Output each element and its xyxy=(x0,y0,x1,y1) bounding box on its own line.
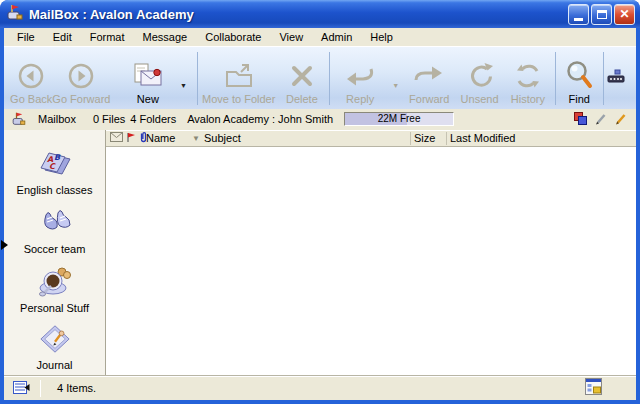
move-to-folder-button: Move to Folder xyxy=(200,47,277,109)
menu-collaborate[interactable]: Collaborate xyxy=(196,29,270,45)
flag-column-icon[interactable] xyxy=(126,132,136,145)
toolbar-separator xyxy=(329,52,330,105)
toolbar-separator xyxy=(603,52,604,105)
coffee-cup-icon xyxy=(37,264,73,300)
english-classes-icon: A B C xyxy=(37,144,73,182)
status-bar-divider xyxy=(40,380,41,397)
new-button[interactable]: New xyxy=(120,47,175,109)
sidebar-item-english-classes[interactable]: A B C English classes xyxy=(7,144,103,196)
sidebar-item-label: Soccer team xyxy=(24,243,86,255)
application-window: MailBox : Avalon Academy ✕ File Edit For… xyxy=(0,0,640,404)
column-header-last-modified[interactable]: Last Modified xyxy=(450,132,636,144)
toolbar-spacer xyxy=(191,47,195,109)
close-icon: ✕ xyxy=(619,8,629,20)
minimize-icon xyxy=(574,18,583,21)
connection-icon xyxy=(606,68,626,88)
find-label: Find xyxy=(569,93,590,105)
reply-icon xyxy=(343,55,377,93)
find-icon xyxy=(564,55,594,93)
account-name: Avalon Academy : John Smith xyxy=(187,113,333,125)
close-button[interactable]: ✕ xyxy=(614,4,635,25)
items-count-text: 4 Items. xyxy=(57,382,96,394)
pencil-icon[interactable] xyxy=(594,112,607,127)
free-space-label: 22M Free xyxy=(378,113,421,124)
history-label: History xyxy=(511,93,545,105)
menu-admin[interactable]: Admin xyxy=(312,29,361,45)
column-header-subject[interactable]: Subject xyxy=(204,132,410,144)
forward-button: Forward xyxy=(403,47,456,109)
go-back-label: Go Back xyxy=(10,93,52,105)
history-icon xyxy=(513,55,543,93)
sidebar-item-personal-stuff[interactable]: Personal Stuff xyxy=(7,264,103,314)
svg-text:B: B xyxy=(54,153,61,162)
menu-edit[interactable]: Edit xyxy=(44,29,81,45)
window-client-area: File Edit Format Message Collaborate Vie… xyxy=(4,28,636,400)
delete-label: Delete xyxy=(286,93,318,105)
layers-icon[interactable] xyxy=(574,112,587,127)
info-bar: Mailbox 0 Files 4 Folders Avalon Academy… xyxy=(4,109,636,129)
info-bar-icons xyxy=(574,112,627,127)
delete-icon xyxy=(287,55,317,93)
go-forward-label: Go Forward xyxy=(52,93,110,105)
pen-icon[interactable] xyxy=(614,112,627,127)
toolbar-spacer xyxy=(108,47,120,109)
reply-label: Reply xyxy=(346,93,374,105)
folder-sidebar: A B C English classes xyxy=(4,130,106,375)
menu-message[interactable]: Message xyxy=(134,29,197,45)
mailbox-icon[interactable] xyxy=(6,3,24,25)
maximize-button[interactable] xyxy=(591,4,612,25)
find-button[interactable]: Find xyxy=(558,47,601,109)
sort-arrow-icon[interactable]: ▼ xyxy=(192,134,204,143)
main-content: A B C English classes xyxy=(4,130,636,375)
unsend-icon xyxy=(465,55,495,93)
menu-file[interactable]: File xyxy=(8,29,44,45)
forward-icon xyxy=(412,55,446,93)
maximize-icon xyxy=(597,10,607,19)
menu-bar: File Edit Format Message Collaborate Vie… xyxy=(4,28,636,46)
sidebar-item-label: Personal Stuff xyxy=(20,302,89,314)
column-header-name[interactable]: Name ▼ xyxy=(146,132,204,144)
header-icon-columns xyxy=(106,131,146,145)
current-folder-name: Mailbox xyxy=(38,113,76,125)
column-divider xyxy=(446,132,447,145)
minimize-button[interactable] xyxy=(568,4,589,25)
go-back-icon xyxy=(16,55,46,93)
column-divider xyxy=(410,132,411,145)
menu-help[interactable]: Help xyxy=(361,29,402,45)
name-column-label: Name xyxy=(146,132,175,144)
delete-button: Delete xyxy=(277,47,326,109)
sidebar-item-journal[interactable]: Journal xyxy=(7,323,103,371)
move-to-folder-icon xyxy=(223,55,255,93)
view-mode-icon[interactable] xyxy=(13,380,30,397)
toolbar-separator xyxy=(555,52,556,105)
new-dropdown-arrow[interactable]: ▼ xyxy=(176,82,192,89)
free-space-bar: 22M Free xyxy=(344,112,454,126)
toolbar: Go Back Go Forward xyxy=(4,46,636,109)
go-forward-icon xyxy=(66,55,96,93)
sidebar-item-label: English classes xyxy=(17,184,93,196)
new-message-icon xyxy=(132,55,164,93)
menu-format[interactable]: Format xyxy=(81,29,134,45)
column-header-size[interactable]: Size xyxy=(414,132,446,144)
sidebar-expander-arrow[interactable] xyxy=(1,240,8,250)
reply-dropdown-arrow: ▼ xyxy=(389,82,403,89)
envelope-column-icon[interactable] xyxy=(110,132,123,144)
move-to-folder-label: Move to Folder xyxy=(202,93,275,105)
go-back-button: Go Back xyxy=(8,47,54,109)
toolbar-separator xyxy=(197,52,198,105)
new-label: New xyxy=(137,93,159,105)
menu-view[interactable]: View xyxy=(270,29,312,45)
window-title: MailBox : Avalon Academy xyxy=(29,7,566,22)
files-count: 0 Files xyxy=(93,113,125,125)
sidebar-item-label: Journal xyxy=(36,359,72,371)
forms-icon[interactable] xyxy=(585,378,603,398)
forward-label: Forward xyxy=(409,93,449,105)
title-bar[interactable]: MailBox : Avalon Academy ✕ xyxy=(0,0,640,28)
status-bar: 4 Items. xyxy=(4,375,636,400)
soccer-team-icon xyxy=(37,205,73,241)
message-list: Name ▼ Subject Size Last Modified xyxy=(106,130,636,375)
message-list-body xyxy=(106,147,636,375)
sidebar-item-soccer-team[interactable]: Soccer team xyxy=(7,205,103,255)
reply-button: Reply xyxy=(332,47,389,109)
unsend-label: Unsend xyxy=(461,93,499,105)
